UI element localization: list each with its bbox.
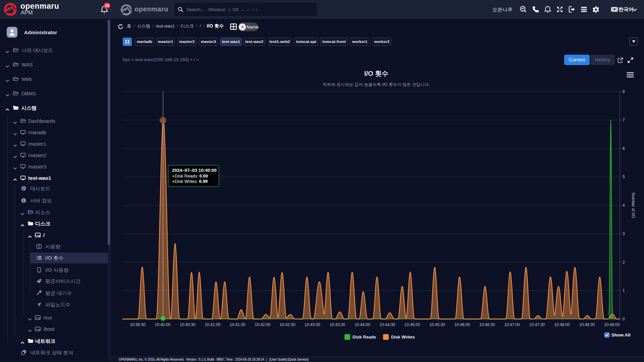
svg-text:10:44:00: 10:44:00 [355, 322, 370, 327]
svg-text:10:45:30: 10:45:30 [429, 322, 445, 327]
svg-text:10:43:30: 10:43:30 [330, 322, 345, 327]
svg-text:5: 5 [623, 174, 625, 179]
svg-text:10:48:00: 10:48:00 [554, 322, 570, 327]
svg-text:10:47:30: 10:47:30 [529, 322, 545, 327]
svg-text:10:48:30: 10:48:30 [579, 322, 595, 327]
svg-text:10:39:30: 10:39:30 [130, 322, 146, 327]
svg-text:Number of I/O: Number of I/O [631, 193, 636, 218]
svg-text:10:41:30: 10:41:30 [230, 322, 246, 327]
svg-text:4: 4 [623, 203, 625, 208]
svg-text:10:42:00: 10:42:00 [255, 322, 270, 327]
svg-text:6: 6 [623, 146, 625, 151]
svg-text:7: 7 [623, 118, 625, 122]
svg-text:3: 3 [623, 231, 625, 236]
svg-text:0: 0 [623, 317, 625, 321]
svg-text:10:41:00: 10:41:00 [205, 322, 220, 327]
svg-text:2: 2 [623, 260, 625, 265]
svg-text:8: 8 [623, 89, 625, 94]
svg-text:10:42:30: 10:42:30 [280, 322, 296, 327]
svg-text:10:44:30: 10:44:30 [379, 322, 395, 327]
svg-text:10:43:00: 10:43:00 [305, 322, 320, 327]
svg-text:10:40:30: 10:40:30 [180, 322, 196, 327]
svg-text:10:46:00: 10:46:00 [454, 322, 470, 327]
svg-text:1: 1 [623, 288, 625, 293]
svg-text:10:45:00: 10:45:00 [405, 322, 420, 327]
svg-text:10:40:00: 10:40:00 [155, 322, 171, 327]
svg-text:10:49:00: 10:49:00 [604, 322, 620, 327]
svg-text:10:46:30: 10:46:30 [479, 322, 495, 327]
svg-text:10:47:00: 10:47:00 [504, 322, 520, 327]
